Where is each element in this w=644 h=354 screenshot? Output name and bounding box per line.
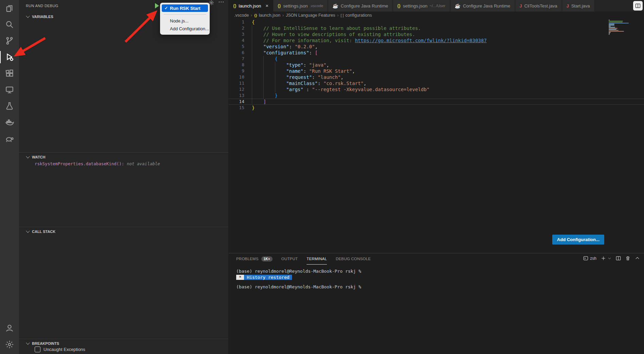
activity-item-source-control[interactable]: [0, 33, 19, 49]
terminal-dropdown-chevron-icon[interactable]: [608, 256, 611, 260]
minimap-line: [609, 23, 629, 23]
tab-configure-java-runtime[interactable]: ☕Configure Java Runtime: [450, 0, 515, 12]
extensions-icon: [5, 69, 14, 78]
add-configuration-button[interactable]: Add Configuration...: [552, 235, 604, 245]
activity-item-extensions[interactable]: [0, 65, 19, 82]
code-text: // Use IntelliSense to learn about possi…: [252, 25, 644, 31]
code-text: }: [252, 105, 644, 111]
code-token: "Run RSK Start": [309, 68, 352, 74]
line-number: 3: [229, 31, 252, 37]
code-line-11: 11 "mainClass": "co.rsk.Start",: [229, 80, 644, 86]
tab-label: CliToolsTest.java: [524, 3, 557, 9]
uncaught-exceptions-checkbox[interactable]: [35, 347, 40, 352]
kill-terminal-trash-icon[interactable]: [625, 256, 630, 261]
activity-item-search[interactable]: [0, 16, 19, 33]
terminal-output[interactable]: (base) reynoldmorel@Reynolds-MacBook-Pro…: [236, 268, 641, 290]
activity-bar-bottom: [0, 320, 19, 354]
split-terminal-icon[interactable]: [616, 256, 621, 261]
watch-section-header[interactable]: WATCH: [19, 153, 228, 161]
settings-gear-icon: [5, 340, 14, 349]
tab-configure-java-runtime[interactable]: ☕Configure Java Runtime: [328, 0, 393, 12]
minimap-line: [609, 33, 610, 34]
activity-item-run-debug[interactable]: [0, 49, 19, 65]
start-debugging-play-icon[interactable]: [155, 3, 159, 9]
minimap-line: [609, 25, 614, 26]
java-runtime-cup-icon: ☕: [332, 3, 338, 9]
activity-item-account[interactable]: [0, 320, 19, 336]
uncaught-exceptions-row[interactable]: Uncaught Exceptions: [35, 347, 85, 352]
tab-settings-json[interactable]: {}settings.json~/.../User: [393, 0, 450, 12]
chevron-down-icon: [26, 341, 30, 344]
breadcrumb-separator-icon: ›: [337, 13, 338, 18]
breadcrumb-item-launch-json[interactable]: {}launch.json: [254, 13, 280, 18]
activity-item-docker[interactable]: [0, 114, 19, 131]
tab-description: .vscode: [310, 4, 324, 8]
tab-label: settings.json: [283, 3, 308, 9]
search-icon: [5, 20, 14, 29]
activity-item-testing[interactable]: [0, 98, 19, 114]
code-line-5: 5 "version": "0.2.0",: [229, 44, 644, 50]
panel-tab-debug-console[interactable]: DEBUG CONSOLE: [336, 253, 371, 265]
terminal-shell-selector[interactable]: zsh: [583, 256, 596, 261]
section-divider: [19, 152, 228, 153]
panel-tab-label: OUTPUT: [281, 257, 298, 261]
code-text: "request": "launch",: [252, 74, 644, 80]
code-token: "0.2.0": [295, 44, 315, 49]
dropdown-item-run-rsk-start[interactable]: ✓Run RSK Start: [162, 4, 208, 12]
call-stack-section-header[interactable]: CALL STACK: [19, 228, 228, 235]
terminal-text: (base) reynoldmorel@Reynolds-MacBook-Pro…: [236, 269, 361, 274]
maximize-panel-chevron-up-icon[interactable]: [635, 256, 640, 261]
line-number: 9: [229, 68, 252, 74]
line-number: 2: [229, 25, 252, 31]
chevron-down-icon: [26, 229, 30, 233]
code-line-7: 7 {: [229, 56, 644, 62]
code-area[interactable]: 1{2 // Use IntelliSense to learn about p…: [229, 19, 644, 111]
breadcrumb-item-configurations[interactable]: [ ]configurations: [341, 13, 372, 18]
activity-item-turtle[interactable]: [0, 131, 19, 147]
activity-item-explorer[interactable]: [0, 0, 19, 16]
views-more-actions-icon[interactable]: ⋯: [218, 0, 224, 5]
code-token: "request": [286, 74, 312, 80]
breadcrumb-item--vscode[interactable]: .vscode: [234, 13, 249, 18]
array-symbol-icon: [ ]: [341, 13, 344, 17]
tab-settings-json[interactable]: {}settings.json.vscode: [273, 0, 328, 12]
editor-group: {}launch.json×{}settings.json.vscode☕Con…: [229, 0, 644, 354]
minimap-line: [609, 27, 615, 28]
dropdown-item-add-configuration-[interactable]: ✓Add Configuration...: [162, 25, 208, 32]
java-file-icon: J: [567, 3, 569, 9]
tab-clitoolstest-java[interactable]: JCliToolsTest.java: [515, 0, 562, 12]
variables-label: VARIABLES: [32, 15, 53, 19]
call-stack-label: CALL STACK: [32, 230, 55, 234]
close-tab-icon[interactable]: ×: [265, 4, 268, 8]
code-link[interactable]: https://go.microsoft.com/fwlink/?linkid=…: [355, 38, 487, 43]
terminal-line: (base) reynoldmorel@Reynolds-MacBook-Pro…: [236, 284, 641, 290]
panel-tab-problems[interactable]: PROBLEMS1K+: [236, 253, 273, 265]
history-restored-badge: History restored: [244, 275, 292, 280]
watch-expression-row[interactable]: rskSystemProperties.databaseKind(): not …: [35, 161, 226, 166]
activity-item-remote[interactable]: [0, 82, 19, 98]
json-symbol-icon: {}: [254, 13, 257, 17]
tab-launch-json[interactable]: {}launch.json×: [229, 0, 273, 12]
new-terminal-icon[interactable]: [601, 256, 606, 261]
code-line-13: 13 }: [229, 92, 644, 99]
code-editor[interactable]: 1{2 // Use IntelliSense to learn about p…: [229, 19, 644, 253]
terminal-line: * History restored: [236, 274, 641, 281]
code-token: "launch": [318, 74, 341, 80]
line-number: 1: [229, 19, 252, 25]
activity-item-settings[interactable]: [0, 336, 19, 353]
panel-tab-output[interactable]: OUTPUT: [281, 253, 298, 265]
code-token: "args": [286, 87, 303, 92]
minimap-line: [609, 28, 617, 29]
panel-tab-terminal[interactable]: TERMINAL: [307, 253, 327, 265]
tab-start-java[interactable]: JStart.java: [562, 0, 595, 12]
code-token: }: [252, 105, 255, 111]
dropdown-item-node-js-[interactable]: ✓Node.js...: [162, 17, 208, 24]
breadcrumb-label: .vscode: [234, 13, 249, 18]
chevron-down-icon: [26, 154, 30, 158]
split-editor-icon[interactable]: [633, 1, 643, 11]
breadcrumb-item-json-language-features[interactable]: JSON Language Features: [286, 13, 335, 18]
breakpoints-section-header[interactable]: BREAKPOINTS: [19, 340, 228, 347]
minimap[interactable]: [609, 20, 630, 35]
code-text: }: [252, 92, 644, 99]
code-token: [: [315, 50, 317, 55]
